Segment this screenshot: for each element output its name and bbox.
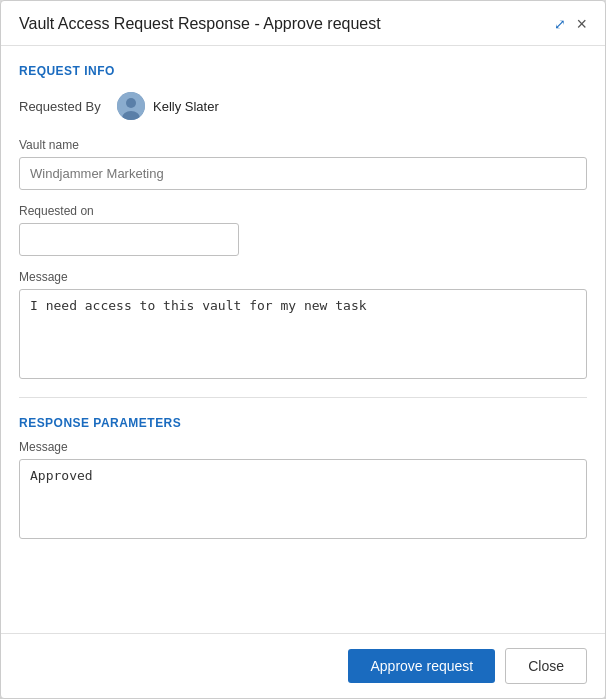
vault-name-label: Vault name [19, 138, 587, 152]
user-name: Kelly Slater [153, 99, 219, 114]
requested-on-label: Requested on [19, 204, 587, 218]
response-message-label: Message [19, 440, 587, 454]
request-info-section-title: REQUEST INFO [19, 46, 587, 88]
close-icon[interactable]: × [576, 15, 587, 33]
vault-name-field: Vault name [19, 138, 587, 190]
request-message-label: Message [19, 270, 587, 284]
vault-name-input[interactable] [19, 157, 587, 190]
modal-title: Vault Access Request Response - Approve … [19, 15, 381, 33]
close-button[interactable]: Close [505, 648, 587, 684]
response-section: RESPONSE PARAMETERS Message [19, 397, 587, 543]
vault-access-modal: Vault Access Request Response - Approve … [0, 0, 606, 699]
response-message-field: Message [19, 440, 587, 543]
requested-by-label: Requested By [19, 99, 109, 114]
modal-body: REQUEST INFO Requested By Kelly Slater V… [1, 46, 605, 633]
request-message-field: Message [19, 270, 587, 383]
requested-by-row: Requested By Kelly Slater [19, 88, 587, 124]
header-icons: ⤢ × [554, 15, 587, 33]
response-parameters-section-title: RESPONSE PARAMETERS [19, 398, 587, 440]
avatar-image [117, 92, 145, 120]
request-message-textarea[interactable] [19, 289, 587, 379]
modal-header: Vault Access Request Response - Approve … [1, 1, 605, 46]
requested-on-input[interactable] [19, 223, 239, 256]
approve-request-button[interactable]: Approve request [348, 649, 495, 683]
expand-icon[interactable]: ⤢ [554, 16, 566, 32]
avatar [117, 92, 145, 120]
response-message-textarea[interactable] [19, 459, 587, 539]
svg-point-1 [126, 98, 136, 108]
requested-on-field: Requested on [19, 204, 587, 256]
modal-footer: Approve request Close [1, 633, 605, 698]
